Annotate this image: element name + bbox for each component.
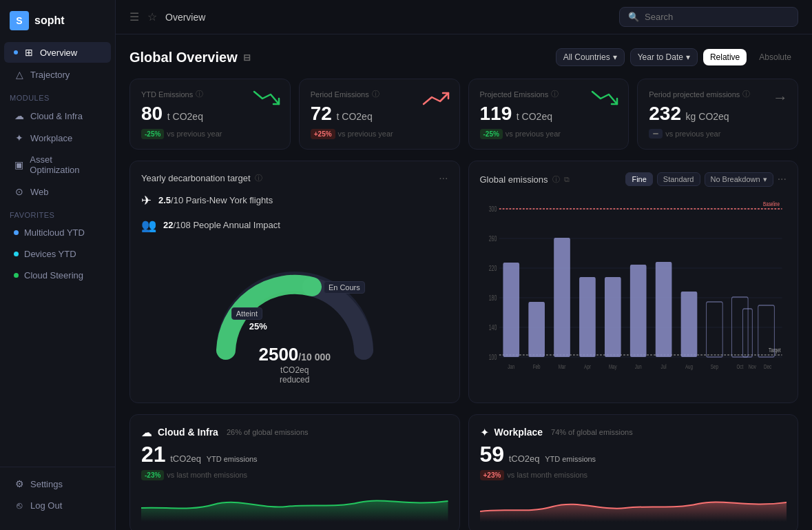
- absolute-button[interactable]: Absolute: [752, 49, 798, 65]
- sidebar-toggle-icon[interactable]: ☰: [129, 10, 139, 23]
- module-row: ☁ Cloud & Infra 26% of global emissions …: [129, 414, 798, 530]
- module-value: 59: [480, 442, 505, 467]
- svg-text:Jun: Jun: [634, 363, 641, 370]
- chart-title: Global emissions ⓘ ⧉: [480, 174, 570, 185]
- fav-dot-blue: [14, 230, 19, 235]
- relative-button[interactable]: Relative: [703, 49, 747, 65]
- module-vs: vs last month emissions: [167, 471, 247, 479]
- kpi-badge: -25%: [141, 129, 164, 139]
- svg-text:May: May: [608, 363, 616, 370]
- cloud-sparkline: [141, 487, 448, 522]
- sidebar-item-web[interactable]: ⊙ Web: [4, 181, 111, 202]
- info-icon: ⓘ: [255, 173, 262, 183]
- kpi-card-period-projected: Period projected emissions ⓘ 232 kg CO2e…: [637, 79, 798, 150]
- cloud-module-card: ☁ Cloud & Infra 26% of global emissions …: [129, 414, 460, 530]
- search-icon: 🔍: [628, 12, 639, 22]
- plane-icon: ✈: [141, 193, 152, 208]
- kpi-badge: +25%: [311, 129, 335, 139]
- module-title: Workplace: [495, 427, 543, 438]
- module-header: ☁ Cloud & Infra 26% of global emissions: [141, 426, 448, 439]
- trajectory-icon: △: [14, 69, 25, 80]
- countries-filter-button[interactable]: All Countries ▾: [556, 48, 625, 66]
- topbar: ☰ ☆ Overview 🔍: [116, 0, 812, 34]
- search-bar[interactable]: 🔍: [619, 7, 798, 27]
- svg-rect-17: [503, 263, 519, 357]
- svg-text:Target: Target: [769, 347, 781, 354]
- more-options-button[interactable]: ···: [439, 172, 448, 185]
- sidebar-item-cloud-steering[interactable]: Cloud Steering: [4, 265, 111, 285]
- modules-section-label: Modules: [0, 85, 115, 105]
- info-icon: ⓘ: [196, 89, 203, 99]
- logout-icon: ⎋: [14, 500, 25, 511]
- svg-rect-22: [629, 265, 646, 357]
- sidebar-item-cloud-infra[interactable]: ☁ Cloud & Infra: [4, 105, 111, 126]
- sidebar-item-asset-optimization[interactable]: ▣ Asset Optimization: [4, 150, 111, 180]
- chart-title: Yearly decarbonation target ⓘ: [141, 173, 262, 183]
- sidebar-item-trajectory[interactable]: △ Trajectory: [4, 64, 111, 85]
- emissions-chart-card: Global emissions ⓘ ⧉ Fine Standard No Br…: [468, 161, 799, 403]
- favorites-section-label: Favorites: [0, 203, 115, 222]
- kpi-value: 72: [311, 103, 332, 124]
- bar-chart-svg: 300 260 220 180 140 100 Baseline Target: [480, 195, 787, 374]
- info-icon: ⓘ: [742, 89, 750, 99]
- kpi-trend-down: [253, 89, 280, 110]
- people-icon: 👥: [141, 218, 156, 233]
- decarbonation-card: Yearly decarbonation target ⓘ ··· ✈ 2.5/…: [129, 161, 460, 403]
- kpi-badge: [649, 129, 663, 139]
- svg-text:Mar: Mar: [558, 363, 565, 370]
- sidebar-item-workplace[interactable]: ✦ Workplace: [4, 128, 111, 148]
- kpi-unit: t CO2eq: [167, 111, 203, 122]
- gauge-text: 22/108 People Annual Impact: [163, 220, 280, 230]
- star-icon[interactable]: ☆: [147, 10, 157, 23]
- flights-stat: ✈ 2.5/10 Paris-New York flights: [141, 193, 448, 208]
- module-title: Cloud & Infra: [158, 427, 218, 438]
- search-input[interactable]: [645, 12, 789, 22]
- sidebar-item-multicloud-ytd[interactable]: Multicloud YTD: [4, 223, 111, 243]
- svg-rect-23: [655, 262, 672, 357]
- svg-text:Apr: Apr: [584, 363, 591, 370]
- sidebar-item-settings[interactable]: ⚙ Settings: [4, 473, 111, 494]
- sidebar-item-label: Cloud Steering: [24, 270, 83, 281]
- sidebar-item-logout[interactable]: ⎋ Log Out: [4, 495, 111, 516]
- info-icon: ⓘ: [551, 89, 559, 99]
- chevron-down-icon: ▾: [763, 175, 767, 184]
- sidebar-item-overview[interactable]: ⊞ Overview: [4, 42, 111, 63]
- sidebar-item-label: Log Out: [30, 500, 62, 511]
- copy-icon: ⧉: [564, 175, 570, 184]
- kpi-value: 232: [649, 103, 681, 124]
- gauge-percent: 25%: [249, 321, 267, 332]
- settings-icon: ⚙: [14, 478, 25, 489]
- filter-icon[interactable]: ⊟: [243, 52, 251, 63]
- module-header: ✦ Workplace 74% of global emissions: [480, 426, 787, 439]
- module-value-row: 59 tCO2eq YTD emissions: [480, 442, 787, 467]
- svg-text:Sep: Sep: [710, 363, 718, 370]
- sidebar-item-label: Web: [30, 187, 49, 197]
- more-options-button[interactable]: ···: [778, 173, 787, 185]
- fav-dot-green: [14, 273, 19, 278]
- standard-tab[interactable]: Standard: [657, 172, 700, 186]
- svg-text:Aug: Aug: [685, 363, 692, 370]
- cloud-icon: ☁: [14, 110, 25, 121]
- breakdown-button[interactable]: No Breakdown ▾: [705, 172, 773, 187]
- page-title: Global Overview ⊟: [129, 50, 251, 65]
- chart-header: Global emissions ⓘ ⧉ Fine Standard No Br…: [480, 172, 787, 187]
- asset-icon: ▣: [14, 159, 24, 170]
- workplace-sparkline: [480, 487, 787, 522]
- gauge-section: ✈ 2.5/10 Paris-New York flights 👥 22/108…: [141, 193, 448, 233]
- sidebar-item-devices-ytd[interactable]: Devices YTD: [4, 244, 111, 264]
- sidebar-item-label: Trajectory: [30, 70, 70, 80]
- web-icon: ⊙: [14, 186, 25, 197]
- svg-rect-24: [680, 292, 697, 357]
- sidebar-bottom: ⚙ Settings ⎋ Log Out: [0, 467, 115, 522]
- period-filter-button[interactable]: Year to Date ▾: [630, 48, 698, 66]
- workplace-module-card: ✦ Workplace 74% of global emissions 59 t…: [468, 414, 799, 530]
- svg-rect-21: [604, 277, 621, 357]
- workplace-module-icon: ✦: [480, 426, 489, 439]
- kpi-unit: t CO2eq: [337, 111, 373, 122]
- svg-text:100: 100: [488, 354, 497, 362]
- svg-rect-27: [742, 309, 752, 357]
- chevron-down-icon: ▾: [613, 52, 617, 62]
- svg-text:Baseline: Baseline: [763, 201, 780, 207]
- fine-tab[interactable]: Fine: [625, 172, 652, 186]
- module-unit-label: YTD emissions: [545, 455, 596, 463]
